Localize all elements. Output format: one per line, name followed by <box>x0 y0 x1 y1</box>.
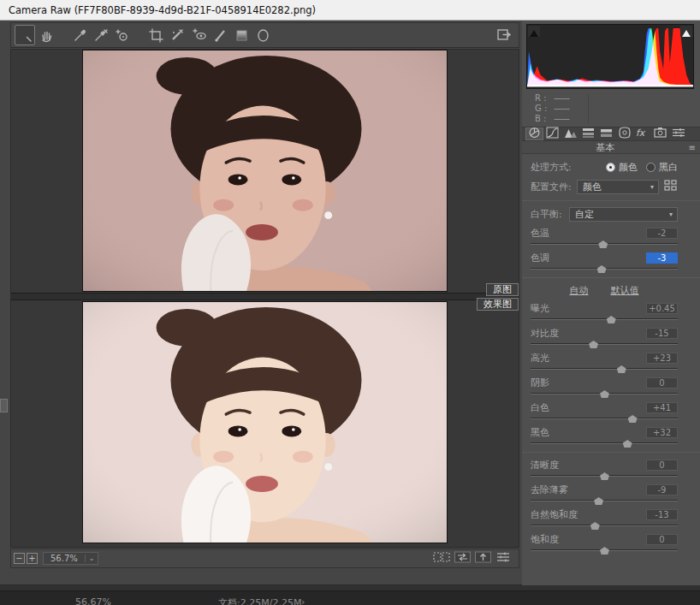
process-option-selected[interactable]: 颜色 <box>606 161 638 174</box>
tab-detail[interactable] <box>561 128 579 140</box>
tab-hsl[interactable] <box>579 128 597 140</box>
slider-track[interactable] <box>531 390 678 399</box>
channel-label: B : <box>535 114 554 123</box>
graduated-filter-button[interactable] <box>231 25 252 45</box>
preview-options-button[interactable] <box>495 550 511 566</box>
dialog-titlebar[interactable]: Camera Raw (FF7F80BF-8939-4d9d-B21F-0458… <box>0 0 700 21</box>
slider-thumb[interactable] <box>598 240 608 248</box>
rgb-readout-row: G : —— <box>526 103 694 113</box>
slider-track[interactable] <box>531 497 678 506</box>
highlight-clipping-icon[interactable] <box>680 26 692 37</box>
zoom-level-select[interactable]: 56.7% ⌄ <box>43 552 98 565</box>
slider-thumb[interactable] <box>600 547 609 555</box>
slider-thumb[interactable] <box>617 365 626 373</box>
slider-thumb[interactable] <box>607 316 616 323</box>
zoom-level-value: 56.7% <box>44 554 85 563</box>
toggle-fullscreen-button[interactable] <box>494 25 514 45</box>
radial-filter-button[interactable] <box>252 25 273 45</box>
slider-track[interactable] <box>531 341 678 349</box>
slider-thumb[interactable] <box>597 265 607 273</box>
slider-thumb[interactable] <box>600 472 609 480</box>
tab-presets[interactable] <box>669 128 687 140</box>
panel-menu-icon[interactable]: ≡ <box>689 143 695 152</box>
slider-track[interactable] <box>531 440 678 448</box>
slider-thumb[interactable] <box>594 497 603 505</box>
histogram[interactable] <box>526 24 694 89</box>
slider-track[interactable] <box>531 472 678 481</box>
split-view-button[interactable] <box>433 550 450 566</box>
slider-value-field[interactable]: 0 <box>646 460 678 471</box>
slider-value-field[interactable]: +32 <box>646 427 678 438</box>
slider-value-field[interactable]: +41 <box>646 402 678 413</box>
targeted-adjustment-button[interactable] <box>112 25 133 45</box>
white-balance-eyedropper-button[interactable] <box>69 25 90 45</box>
zoom-tool-button[interactable]: < circle cx="7" cy="7" r="4.5" stroke="#… <box>15 25 35 45</box>
slider-thumb[interactable] <box>600 390 609 398</box>
swap-settings-button[interactable] <box>454 550 471 566</box>
crop-tool-button[interactable] <box>145 25 166 45</box>
color-sampler-button[interactable] <box>91 25 111 45</box>
slider-value-field[interactable]: -2 <box>646 228 678 239</box>
slider-value-field[interactable]: -15 <box>646 328 678 339</box>
slider-value-field[interactable]: +23 <box>646 353 678 364</box>
radio-label: 颜色 <box>619 161 638 174</box>
shadow-clipping-icon[interactable] <box>528 26 540 37</box>
panel-header: 基本 ≡ <box>522 141 700 154</box>
slider-label: 清晰度 <box>531 459 559 472</box>
targeted-adjustment-icon <box>115 28 130 43</box>
tab-split-toning[interactable] <box>597 128 615 140</box>
profile-browser-icon[interactable] <box>664 179 678 195</box>
slider-thumb[interactable] <box>628 415 638 423</box>
apply-settings-button[interactable] <box>475 550 491 566</box>
default-link[interactable]: 默认值 <box>611 284 639 297</box>
camera-raw-dialog: Camera Raw (FF7F80BF-8939-4d9d-B21F-0458… <box>0 0 700 585</box>
slider-track-line <box>531 525 678 526</box>
slider-value-field[interactable]: -3 <box>646 252 678 264</box>
process-option-unselected[interactable]: 黑白 <box>646 161 678 174</box>
original-image[interactable] <box>82 50 448 292</box>
zoom-in-button[interactable]: + <box>27 553 38 564</box>
slider-value-field[interactable]: -9 <box>646 484 678 495</box>
slider-label: 自然饱和度 <box>531 508 578 521</box>
slider-value-field[interactable]: 0 <box>646 377 678 389</box>
white-balance-select[interactable]: 自定 ▾ <box>569 207 678 222</box>
profile-select[interactable]: 颜色 ▾ <box>577 180 659 194</box>
slider-thumb[interactable] <box>623 440 632 448</box>
preview-area[interactable]: 原图 效果图 <box>10 49 519 548</box>
tab-lens-corrections[interactable] <box>615 128 633 140</box>
slider-track[interactable] <box>531 365 678 374</box>
slider-track[interactable] <box>531 415 678 424</box>
red-eye-button[interactable] <box>188 25 209 45</box>
tab-calibration[interactable] <box>651 128 669 140</box>
slider-track[interactable] <box>531 240 678 249</box>
slider-value-field[interactable]: +0.45 <box>646 303 678 314</box>
slider-track-line <box>531 500 678 501</box>
channel-label: R : <box>535 93 554 103</box>
hand-tool-button[interactable] <box>36 25 56 45</box>
screen: 56.67% 文档:2.25M/2.25M › Camera Raw (FF7F… <box>0 0 700 605</box>
slider-value-field[interactable]: 0 <box>646 534 678 545</box>
slider-track[interactable] <box>531 522 678 531</box>
slider-track[interactable] <box>531 547 678 555</box>
slider-thumb[interactable] <box>589 341 598 348</box>
slider-value-field[interactable]: -13 <box>646 509 678 520</box>
adjustment-brush-button[interactable] <box>210 25 230 45</box>
slider-track[interactable] <box>531 265 678 274</box>
effect-image-badge: 效果图 <box>477 298 519 311</box>
tab-tone-curve[interactable] <box>543 128 561 140</box>
auto-link[interactable]: 自动 <box>570 284 589 297</box>
zoom-out-button[interactable]: − <box>14 553 25 564</box>
slider-thumb[interactable] <box>590 522 600 530</box>
ps-status-chevron[interactable]: › <box>301 596 305 605</box>
effect-image[interactable] <box>82 301 448 543</box>
slider-track[interactable] <box>531 316 678 324</box>
profile-value: 颜色 <box>578 181 646 193</box>
tab-detail-icon <box>564 126 578 142</box>
spot-removal-button[interactable] <box>167 25 187 45</box>
tab-basic[interactable] <box>525 128 543 140</box>
panel-title: 基本 <box>522 141 689 154</box>
auto-default-links: 自动 默认值 <box>531 284 678 297</box>
tab-effects[interactable]: fx <box>633 128 651 140</box>
preview-split-divider <box>11 293 519 300</box>
collapsed-panel-tab[interactable] <box>0 399 8 412</box>
